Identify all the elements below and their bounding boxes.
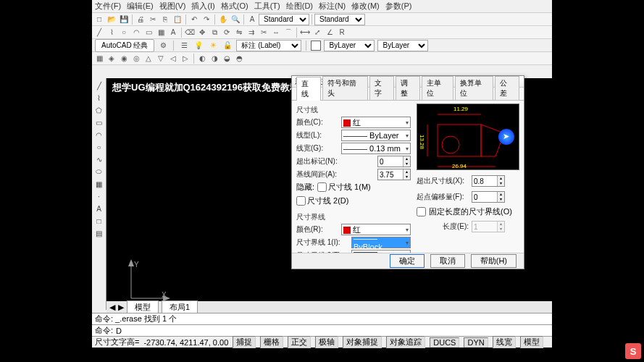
ltype-combo[interactable]: ByLayer — [377, 40, 428, 51]
copy2-icon[interactable]: ⧉ — [209, 27, 220, 38]
trim-icon[interactable]: ✂ — [258, 27, 269, 38]
fixed-length-check[interactable]: 固定长度的尺寸界线(O) — [417, 206, 519, 217]
extend-icon[interactable]: ↔ — [270, 27, 282, 38]
misc2-icon[interactable]: ◈ — [106, 53, 117, 64]
lock-icon[interactable]: 🔓 — [222, 40, 233, 51]
origin-offset-spinner[interactable]: ▴▾ — [472, 191, 505, 203]
lwt-toggle[interactable]: 线宽 — [493, 336, 516, 348]
vt-table-icon[interactable]: ▤ — [93, 227, 105, 239]
workspace-combo[interactable]: AutoCAD 经典 — [95, 39, 154, 52]
fixed-length-spinner[interactable]: ▴▾ — [472, 221, 505, 232]
misc9-icon[interactable]: ◐ — [196, 53, 208, 64]
misc6-icon[interactable]: ▽ — [155, 53, 167, 64]
fillet-icon[interactable]: ⌒ — [283, 27, 294, 38]
menu-draw[interactable]: 绘图(D) — [286, 1, 313, 12]
ducs-toggle[interactable]: DUCS — [430, 337, 459, 348]
save-icon[interactable]: 💾 — [118, 14, 130, 25]
model-toggle[interactable]: 模型 — [520, 336, 543, 348]
misc11-icon[interactable]: ◒ — [221, 53, 233, 64]
menu-edit[interactable]: 编辑(E) — [127, 1, 154, 12]
new-icon[interactable]: □ — [93, 14, 105, 25]
textstyle-icon[interactable]: A — [246, 14, 258, 25]
redo-icon[interactable]: ↷ — [201, 14, 212, 25]
layout1-tab[interactable]: 布局1 — [162, 300, 198, 314]
otrack-toggle[interactable]: 对象追踪 — [386, 336, 425, 348]
misc8-icon[interactable]: ▷ — [180, 53, 191, 64]
rect-icon[interactable]: ▭ — [143, 27, 154, 38]
color-swatch[interactable] — [311, 41, 321, 51]
misc3-icon[interactable]: ◉ — [118, 53, 130, 64]
menu-dim[interactable]: 标注(N) — [319, 1, 346, 12]
pan-icon[interactable]: ✋ — [217, 14, 229, 25]
vt-arc-icon[interactable]: ◠ — [93, 129, 105, 140]
extbeyond-spinner[interactable]: ▴▾ — [377, 156, 411, 167]
misc5-icon[interactable]: △ — [143, 53, 154, 64]
menu-modify[interactable]: 修改(M) — [351, 1, 380, 12]
text-icon[interactable]: A — [167, 27, 179, 38]
command-line[interactable]: 命令: D — [92, 324, 552, 336]
dim-radius-icon[interactable]: R — [336, 27, 348, 38]
vt-line-icon[interactable]: ╱ — [93, 80, 105, 91]
copy-icon[interactable]: ⎘ — [159, 14, 171, 25]
bulb-icon[interactable]: 💡 — [193, 40, 204, 51]
text-style-combo[interactable]: Standard — [259, 14, 309, 25]
menu-param[interactable]: 参数(P) — [385, 1, 412, 12]
vt-text-icon[interactable]: A — [93, 203, 105, 214]
menu-tools[interactable]: 工具(T) — [254, 1, 280, 12]
misc10-icon[interactable]: ◑ — [209, 53, 220, 64]
layer-combo[interactable]: 标注 (Label) — [236, 40, 301, 51]
tab-primary[interactable]: 主单位 — [422, 76, 453, 100]
vt-ellipse-icon[interactable]: ⬭ — [93, 166, 105, 177]
misc1-icon[interactable]: ▦ — [93, 53, 105, 64]
misc12-icon[interactable]: ◓ — [233, 53, 245, 64]
vt-hatch-icon[interactable]: ▦ — [93, 178, 105, 190]
grid-toggle[interactable]: 栅格 — [260, 336, 283, 348]
dim-angular-icon[interactable]: ∠ — [324, 27, 335, 38]
cancel-button[interactable]: 取消 — [430, 254, 465, 268]
vt-rect-icon[interactable]: ▭ — [93, 117, 105, 128]
menu-view[interactable]: 视图(V) — [159, 1, 186, 12]
hide-dimline2-check[interactable]: 尺寸线 2(D) — [296, 195, 348, 206]
circle-icon[interactable]: ○ — [118, 27, 130, 38]
menu-insert[interactable]: 插入(I) — [191, 1, 214, 12]
dim-linear-icon[interactable]: ⟷ — [299, 27, 311, 38]
gear-icon[interactable]: ⚙ — [157, 40, 169, 51]
help-button[interactable]: 帮助(H) — [471, 254, 517, 268]
cut-icon[interactable]: ✂ — [147, 14, 159, 25]
ortho-toggle[interactable]: 正交 — [288, 336, 311, 348]
undo-icon[interactable]: ↶ — [188, 14, 200, 25]
osnap-toggle[interactable]: 对象捕捉 — [343, 336, 382, 348]
paste-icon[interactable]: 📋 — [172, 14, 183, 25]
tab-alt[interactable]: 换算单位 — [455, 76, 494, 100]
vt-pline-icon[interactable]: ⌇ — [93, 92, 105, 104]
vt-spline-icon[interactable]: ∿ — [93, 153, 105, 165]
hide-dimline1-check[interactable]: 尺寸线 1(M) — [317, 182, 371, 193]
vt-point-icon[interactable]: · — [93, 190, 105, 202]
dimline-ltype-select[interactable]: ——— ByLayer▾ — [341, 130, 411, 141]
tab-nav-right[interactable]: ▶ — [118, 303, 124, 312]
tab-tol[interactable]: 公差 — [495, 76, 519, 100]
mirror-icon[interactable]: ⇋ — [233, 27, 245, 38]
layer-prop-icon[interactable]: ☰ — [178, 40, 190, 51]
dim-aligned-icon[interactable]: ⤢ — [311, 27, 323, 38]
polar-toggle[interactable]: 极轴 — [315, 336, 338, 348]
tab-nav-left[interactable]: ◀ — [109, 303, 115, 312]
pline-icon[interactable]: ⌇ — [106, 27, 117, 38]
misc4-icon[interactable]: ◎ — [130, 53, 142, 64]
erase-icon[interactable]: ⌫ — [184, 27, 196, 38]
ok-button[interactable]: 确定 — [390, 254, 425, 268]
cmd-input[interactable]: D — [116, 327, 122, 335]
rotate-icon[interactable]: ⟳ — [221, 27, 233, 38]
dyn-toggle[interactable]: DYN — [464, 337, 488, 348]
tab-text[interactable]: 文字 — [369, 76, 394, 100]
baseline-spinner[interactable]: ▴▾ — [377, 169, 411, 180]
open-icon[interactable]: 📂 — [106, 14, 117, 25]
dim-style-combo[interactable]: Standard — [314, 14, 365, 25]
tab-fit[interactable]: 调整 — [396, 76, 420, 100]
hatch-icon[interactable]: ▦ — [155, 27, 167, 38]
offset-icon[interactable]: ⇉ — [246, 27, 257, 38]
ext-beyond-dimline-spinner[interactable]: ▴▾ — [472, 175, 505, 187]
model-tab[interactable]: 模型 — [127, 300, 159, 314]
dimline-color-select[interactable]: 红▾ — [341, 117, 411, 128]
snap-toggle[interactable]: 捕捉 — [233, 336, 256, 348]
